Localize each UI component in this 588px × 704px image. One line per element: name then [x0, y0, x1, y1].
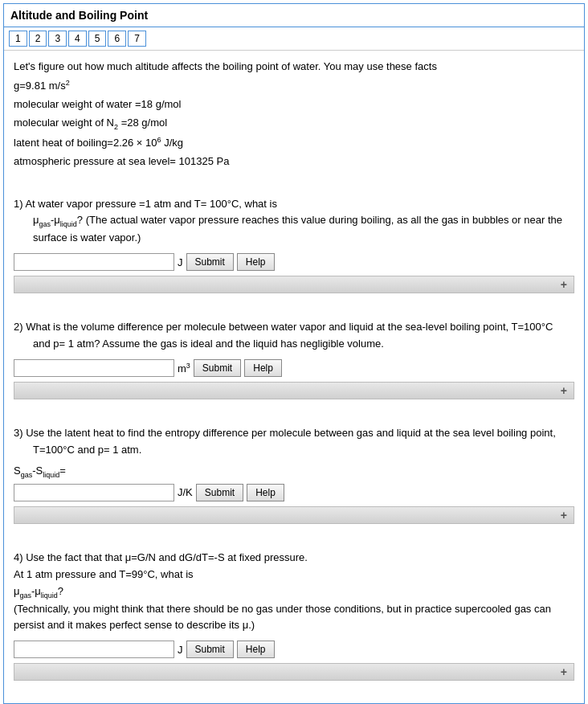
question-2-help[interactable]: Help: [244, 359, 282, 377]
question-4-block: 4) Use the fact that that μ=G/N and dG/d…: [14, 538, 574, 681]
intro-line2: g=9.81 m/s2: [14, 77, 574, 95]
tab-2[interactable]: 2: [29, 31, 47, 47]
question-1-text: 1) At water vapor pressure =1 atm and T=…: [14, 196, 574, 248]
tab-1[interactable]: 1: [9, 31, 27, 47]
question-2-expand-icon: +: [561, 384, 567, 397]
question-2-expand-bar[interactable]: +: [14, 382, 574, 399]
question-4-text: 4) Use the fact that that μ=G/N and dG/d…: [14, 550, 574, 634]
question-1-submit[interactable]: Submit: [186, 253, 234, 271]
question-2-unit: m3: [178, 362, 190, 375]
question-2-text: 2) What is the volume difference per mol…: [14, 319, 574, 353]
question-1-help[interactable]: Help: [237, 253, 275, 271]
tab-7[interactable]: 7: [128, 31, 146, 47]
question-3-input[interactable]: [14, 484, 174, 501]
main-container: Altitude and Boiling Point 1 2 3 4 5 6 7…: [3, 3, 585, 704]
tabs-row: 1 2 3 4 5 6 7: [4, 27, 584, 51]
question-4-help[interactable]: Help: [237, 641, 275, 658]
question-1-expand-icon: +: [561, 278, 567, 291]
intro-line5: latent heat of boiling=2.26 × 106 J/kg: [14, 134, 574, 152]
question-1-block: 1) At water vapor pressure =1 atm and T=…: [14, 185, 574, 294]
page-title: Altitude and Boiling Point: [10, 9, 148, 22]
question-3-submit[interactable]: Submit: [196, 484, 243, 501]
tab-4[interactable]: 4: [68, 31, 87, 47]
question-4-input[interactable]: [14, 641, 174, 658]
tab-5[interactable]: 5: [88, 31, 107, 47]
question-4-submit[interactable]: Submit: [186, 641, 234, 658]
question-4-input-row: J Submit Help: [14, 641, 574, 658]
question-2-input-row: m3 Submit Help: [14, 359, 574, 377]
question-1-expand-bar[interactable]: +: [14, 276, 574, 293]
question-2-block: 2) What is the volume difference per mol…: [14, 308, 574, 399]
question-1-input-row: J Submit Help: [14, 253, 574, 271]
question-2-input[interactable]: [14, 359, 174, 377]
intro-line1: Let's figure out how much altitude affec…: [14, 59, 574, 76]
intro-line4: molecular weight of N2 =28 g/mol: [14, 115, 574, 133]
question-3-expand-icon: +: [561, 509, 567, 522]
intro-line6: atmospheric pressure at sea level= 10132…: [14, 153, 574, 170]
question-2-submit[interactable]: Submit: [194, 359, 241, 377]
question-3-expand-bar[interactable]: +: [14, 506, 574, 524]
intro-block: Let's figure out how much altitude affec…: [14, 59, 574, 170]
question-3-help[interactable]: Help: [247, 484, 284, 501]
question-1-unit: J: [178, 256, 183, 268]
question-3-block: 3) Use the latent heat to find the entro…: [14, 414, 574, 524]
content-area: Let's figure out how much altitude affec…: [4, 51, 584, 703]
intro-line3: molecular weight of water =18 g/mol: [14, 96, 574, 113]
question-3-text: 3) Use the latent heat to find the entro…: [14, 425, 574, 459]
question-3-unit: J/K: [178, 486, 193, 498]
question-1-input[interactable]: [14, 253, 174, 271]
question-3-input-row: J/K Submit Help: [14, 484, 574, 501]
title-bar: Altitude and Boiling Point: [4, 4, 584, 27]
question-4-expand-icon: +: [561, 665, 567, 678]
tab-6[interactable]: 6: [108, 31, 126, 47]
question-3-s-label: Sgas-Sliquid=: [14, 465, 574, 479]
tab-3[interactable]: 3: [48, 31, 67, 47]
question-4-expand-bar[interactable]: +: [14, 663, 574, 681]
question-4-unit: J: [178, 644, 183, 656]
